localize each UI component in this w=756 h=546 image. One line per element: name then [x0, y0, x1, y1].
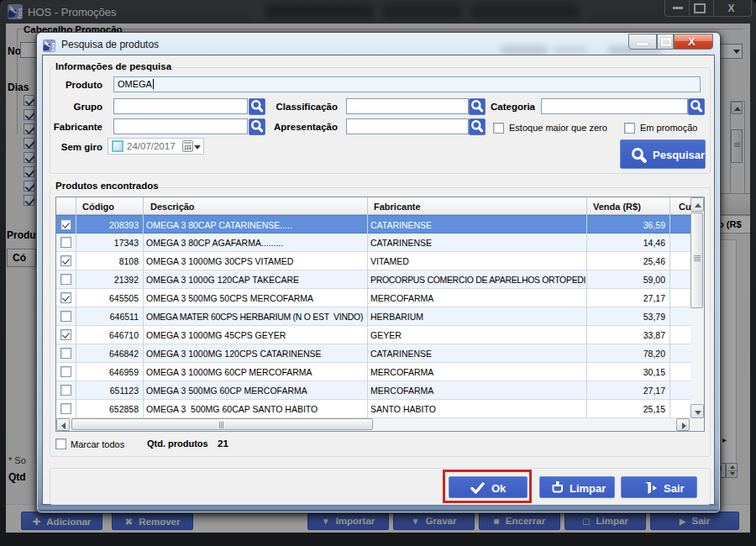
svg-text:hos: hos — [50, 42, 55, 51]
